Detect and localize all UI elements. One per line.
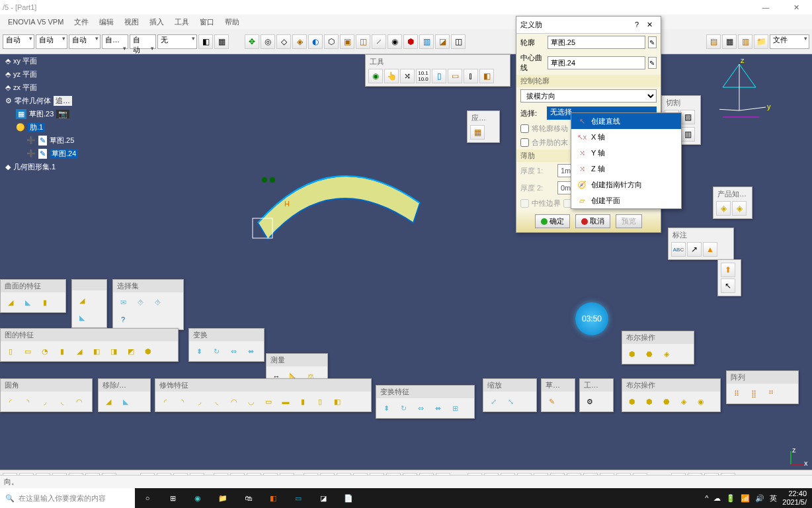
dress-icon[interactable]: ◠: [226, 394, 242, 409]
palette-fillet[interactable]: 圆角 ◜ ◝ ◞ ◟ ◠: [0, 378, 93, 412]
task-app[interactable]: ◧: [261, 488, 286, 508]
palette-tools[interactable]: 工具 ◉ 👆 ⤭ 10.110.0 ▯ ▭ ⫿ ◧: [365, 54, 510, 87]
palette-scale[interactable]: 缩放 ⤢ ⤡: [483, 378, 537, 412]
toolbar-icon[interactable]: ▦: [722, 34, 737, 49]
trans-icon[interactable]: ⬌: [243, 343, 259, 359]
tree-sketch-24[interactable]: ➕ ✎ 草图.24: [24, 148, 81, 160]
feat-icon[interactable]: ▯: [3, 343, 19, 359]
minimize-button[interactable]: —: [752, 3, 779, 11]
fillet-icon[interactable]: ◝: [20, 394, 36, 409]
tree-sketch-25[interactable]: ➕ ✎ 草图.25: [24, 134, 81, 147]
sketch-icon[interactable]: ✎: [544, 394, 559, 409]
tree-geom-set-1[interactable]: ◆ 几何图形集.1: [3, 161, 81, 173]
tf-icon[interactable]: ⇔: [413, 400, 428, 416]
combo-auto-4[interactable]: 自…: [102, 34, 128, 49]
context-create-plane[interactable]: ▱创建平面: [571, 192, 681, 208]
task-app[interactable]: ▭: [286, 488, 311, 508]
sel-icon[interactable]: ↖: [721, 278, 735, 293]
annot-icon[interactable]: ABC: [671, 242, 686, 257]
tool-icon[interactable]: 👆: [384, 69, 399, 83]
tf-icon[interactable]: ↻: [395, 400, 411, 416]
taskbar-search[interactable]: 🔍 在这里输入你要搜索的内容: [0, 488, 135, 508]
cut-icon[interactable]: ▥: [680, 127, 695, 142]
toolbar-icon[interactable]: ⬢: [403, 34, 418, 49]
tray-ime[interactable]: 英: [770, 493, 777, 503]
dress-icon[interactable]: ◜: [157, 394, 173, 409]
toolbar-icon[interactable]: ◫: [451, 34, 466, 49]
combo-none[interactable]: 无: [157, 34, 197, 49]
feat-icon[interactable]: ◨: [106, 343, 122, 359]
tray-wifi-icon[interactable]: 📶: [741, 494, 750, 503]
move-profile-checkbox[interactable]: [520, 124, 529, 133]
cancel-button[interactable]: 取消: [575, 214, 610, 228]
palette-surface-features[interactable]: 曲面的特征 ◢ ◣ ▮: [0, 279, 66, 313]
palette-diagram-features[interactable]: 图的特征 ▯ ▭ ◔ ▮ ◢ ◧ ◨ ◩ ⬢: [0, 328, 179, 362]
dress-icon[interactable]: ▭: [261, 394, 276, 409]
rm-icon[interactable]: ◣: [118, 394, 134, 409]
array-icon[interactable]: ⣿: [746, 386, 762, 402]
profile-input[interactable]: [548, 36, 645, 49]
fillet-icon[interactable]: ◜: [3, 394, 19, 409]
prod-icon[interactable]: ◈: [716, 201, 731, 216]
dialog-titlebar[interactable]: 定义肋 ?✕: [516, 17, 661, 34]
feat-icon[interactable]: ◣: [74, 310, 90, 325]
toolbar-icon[interactable]: ▣: [340, 34, 354, 49]
toolbar-icon[interactable]: ▥: [738, 34, 752, 49]
menu-file[interactable]: 文件: [69, 17, 94, 27]
tf-icon[interactable]: ⬍: [378, 400, 394, 416]
bool-icon[interactable]: ⬣: [641, 346, 657, 362]
context-y-axis[interactable]: ⤭Y 轴: [571, 145, 681, 161]
tree-partbody[interactable]: ⚙ 零件几何体 追…: [3, 95, 81, 107]
bool-icon[interactable]: ⬣: [659, 394, 674, 409]
palette-array[interactable]: 阵列 ⠿ ⣿ ⠛: [726, 370, 799, 404]
trans-icon[interactable]: ↻: [208, 343, 224, 359]
preview-button[interactable]: 预览: [616, 214, 642, 228]
tray-volume-icon[interactable]: 🔊: [755, 494, 764, 503]
toolbar-icon[interactable]: ◐: [308, 34, 323, 49]
array-icon[interactable]: ⠛: [763, 386, 779, 402]
gear-icon[interactable]: ⚙: [582, 394, 598, 409]
feat-icon[interactable]: ◢: [74, 292, 90, 308]
bool-icon[interactable]: ⬢: [641, 394, 657, 409]
bool-icon[interactable]: ⬢: [624, 346, 640, 362]
axis-icon[interactable]: ⤭: [400, 69, 415, 83]
dress-icon[interactable]: ▬: [278, 394, 294, 409]
scale-icon[interactable]: ⤡: [503, 394, 518, 409]
tree-xy-plane[interactable]: ⬘ xy 平面: [3, 55, 81, 67]
merge-end-checkbox[interactable]: [520, 138, 529, 147]
palette-select[interactable]: ⬆ ↖: [717, 259, 741, 296]
tree-sketch-23[interactable]: ▦ 草图.23 📷: [13, 108, 81, 120]
scale-icon[interactable]: ⤢: [485, 394, 501, 409]
app-icon[interactable]: ▦: [470, 125, 485, 140]
toolbar-icon[interactable]: ▤: [706, 34, 721, 49]
annot-icon[interactable]: ▲: [703, 242, 717, 257]
menu-view[interactable]: 视图: [119, 17, 144, 27]
feat-icon[interactable]: ◩: [123, 343, 139, 359]
help-button[interactable]: ?: [631, 21, 643, 28]
palette-work[interactable]: 工… ⚙: [579, 378, 614, 412]
folder-icon[interactable]: 📁: [754, 34, 768, 49]
sketch-edit-button[interactable]: ✎: [648, 57, 657, 69]
tray-battery-icon[interactable]: 🔋: [726, 494, 735, 503]
task-app[interactable]: ◪: [311, 488, 336, 508]
ok-button[interactable]: 确定: [535, 214, 570, 228]
task-app[interactable]: 📄: [336, 488, 361, 508]
combo-auto-5[interactable]: 自动: [130, 34, 156, 49]
direction-combo[interactable]: 拔模方向: [520, 89, 657, 103]
menu-vpm[interactable]: ENOVIA V5 VPM: [3, 18, 69, 26]
combo-file[interactable]: 文件: [770, 34, 809, 49]
menu-tools[interactable]: 工具: [169, 17, 194, 27]
tray-cloud-icon[interactable]: ☁: [713, 494, 721, 503]
context-compass[interactable]: 🧭创建指南针方向: [571, 177, 681, 192]
feat-icon[interactable]: ◔: [37, 343, 53, 359]
task-cortana[interactable]: ○: [135, 488, 160, 508]
toolbar-icon[interactable]: ▥: [419, 34, 434, 49]
rm-icon[interactable]: ◢: [101, 394, 116, 409]
menu-window[interactable]: 窗口: [194, 17, 220, 27]
annot-icon[interactable]: ↗: [687, 242, 702, 257]
palette-app[interactable]: 应… ▦: [467, 110, 500, 143]
toolbar-icon[interactable]: ◫: [356, 34, 370, 49]
tree-yz-plane[interactable]: ⬘ yz 平面: [3, 68, 81, 81]
fillet-icon[interactable]: ◞: [37, 394, 53, 409]
tree-rib-1[interactable]: 🟡 肋.1: [13, 121, 81, 134]
